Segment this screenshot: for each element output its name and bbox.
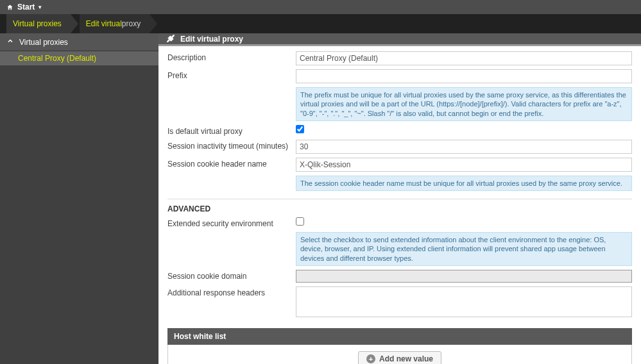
sidebar-item-label: Central Proxy (Default) xyxy=(18,54,96,63)
breadcrumb-label: Virtual proxies xyxy=(13,19,62,28)
headers-textarea[interactable] xyxy=(296,286,632,317)
caret-down-icon: ▼ xyxy=(37,4,42,10)
add-new-value-button[interactable]: + Add new value xyxy=(358,351,441,364)
content-header: Edit virtual proxy xyxy=(158,33,641,46)
chevron-up-icon xyxy=(6,37,14,47)
cookie-input[interactable] xyxy=(296,158,632,172)
tools-icon xyxy=(166,33,175,44)
cookie-info: The session cookie header name must be u… xyxy=(296,176,632,191)
timeout-label: Session inactivity timeout (minutes) xyxy=(167,140,296,151)
topbar: Start ▼ xyxy=(0,0,641,14)
extsec-checkbox[interactable] xyxy=(296,217,304,226)
home-icon xyxy=(6,4,13,11)
sidebar-item-central-proxy[interactable]: Central Proxy (Default) xyxy=(0,51,158,65)
description-label: Description xyxy=(167,51,296,62)
is-default-checkbox[interactable] xyxy=(296,125,304,133)
description-input[interactable] xyxy=(296,51,632,65)
extsec-info: Select the checkbox to send extended inf… xyxy=(296,232,632,266)
extsec-label: Extended security environment xyxy=(167,217,296,228)
timeout-input[interactable] xyxy=(296,140,632,154)
content: Edit virtual proxy Description Prefix Th… xyxy=(158,33,641,364)
sidebar-header-label: Virtual proxies xyxy=(19,38,68,47)
breadcrumb-label-part1: Edit virtual xyxy=(86,19,122,28)
cookie-label: Session cookie header name xyxy=(167,158,296,169)
prefix-info: The prefix must be unique for all virtua… xyxy=(296,87,632,121)
sidebar: Virtual proxies Central Proxy (Default) xyxy=(0,33,158,364)
breadcrumb-item-virtual-proxies[interactable]: Virtual proxies xyxy=(6,14,71,33)
sidebar-header[interactable]: Virtual proxies xyxy=(0,33,158,51)
prefix-input[interactable] xyxy=(296,69,632,83)
start-label: Start xyxy=(17,3,35,12)
breadcrumb-item-edit-virtual-proxy[interactable]: Edit virtual proxy xyxy=(80,14,150,33)
headers-label: Additional response headers xyxy=(167,286,296,297)
advanced-heading: ADVANCED xyxy=(167,204,632,213)
add-button-label: Add new value xyxy=(379,354,433,363)
domain-label: Session cookie domain xyxy=(167,270,296,281)
breadcrumb-label-part2: proxy xyxy=(122,19,141,28)
hostwhitelist-heading: Host white list xyxy=(167,328,632,345)
start-menu-button[interactable]: Start ▼ xyxy=(17,3,42,12)
divider xyxy=(167,199,632,199)
is-default-label: Is default virtual proxy xyxy=(167,125,296,136)
page-title: Edit virtual proxy xyxy=(180,35,243,44)
breadcrumb: Virtual proxies Edit virtual proxy xyxy=(0,14,641,33)
hostwhitelist-body: + Add new value ✕✕✕✕✕ xyxy=(167,345,632,364)
plus-icon: + xyxy=(366,354,375,363)
prefix-label: Prefix xyxy=(167,69,296,80)
domain-input[interactable] xyxy=(296,270,632,283)
